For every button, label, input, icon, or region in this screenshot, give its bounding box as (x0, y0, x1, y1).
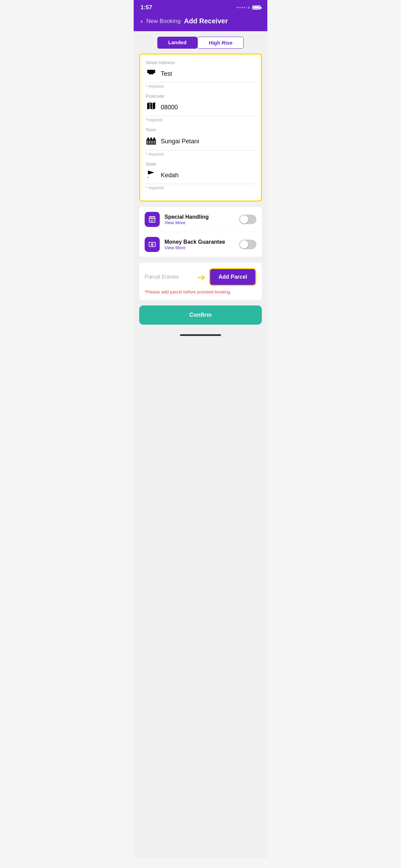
home-indicator (139, 331, 262, 339)
status-bar: 1:57 ≈ (134, 0, 267, 14)
svg-rect-10 (149, 141, 150, 142)
postcode-required: *required (146, 118, 255, 122)
special-handling-row: Special Handling View More (139, 207, 262, 232)
tabs-container: Landed High Rise (139, 37, 262, 49)
wifi-icon: ≈ (247, 5, 250, 10)
street-required: * required (146, 84, 255, 89)
form-card: Street Address Test * required Postcode (139, 53, 262, 202)
battery-icon (252, 5, 260, 10)
status-time: 1:57 (141, 4, 152, 11)
flag-icon (146, 169, 157, 181)
svg-rect-6 (147, 138, 149, 140)
svg-rect-19 (148, 177, 148, 178)
postcode-label: Postcode (146, 94, 255, 99)
confirm-button[interactable]: Confirm (139, 305, 262, 325)
money-back-link[interactable]: View More (165, 245, 234, 250)
svg-rect-12 (153, 141, 154, 142)
svg-rect-0 (147, 72, 155, 73)
back-button[interactable]: ‹ (141, 17, 143, 25)
svg-rect-7 (150, 138, 152, 140)
money-back-icon-box: $ (145, 237, 160, 252)
nav-label: New Booking (146, 18, 181, 25)
arrow-icon: ➜ (197, 271, 206, 283)
special-handling-toggle[interactable] (239, 215, 256, 224)
special-handling-link[interactable]: View More (165, 220, 234, 225)
town-field: Town (146, 127, 255, 157)
street-address-label: Street Address (146, 60, 255, 65)
status-icons: ≈ (237, 5, 260, 10)
postcode-value[interactable]: 08000 (161, 104, 178, 111)
svg-rect-17 (153, 142, 154, 144)
money-back-row: $ Money Back Guarantee View More (139, 232, 262, 257)
content-area: Landed High Rise Street Address Test (134, 31, 267, 858)
parcel-header: Parcel Entries ➜ Add Parcel (145, 268, 256, 286)
box-icon (148, 216, 156, 223)
special-handling-icon-box (145, 212, 160, 227)
town-label: Town (146, 127, 255, 132)
money-icon: $ (148, 241, 156, 248)
svg-rect-8 (153, 138, 155, 140)
header: ‹ New Booking Add Receiver (134, 14, 267, 31)
parcel-warning: *Please add parcel before proceed bookin… (145, 289, 256, 294)
state-value[interactable]: Kedah (161, 172, 179, 179)
options-card: Special Handling View More $ Money Back … (139, 207, 262, 257)
road-sign-icon (146, 68, 157, 80)
svg-rect-13 (154, 141, 155, 142)
state-required: * required (146, 185, 255, 190)
state-field: State Kedah * required (146, 161, 255, 190)
parcel-add-area: ➜ Add Parcel (197, 268, 256, 286)
svg-rect-16 (151, 142, 152, 144)
add-parcel-button[interactable]: Add Parcel (209, 268, 256, 286)
map-icon (146, 101, 157, 113)
parcel-label: Parcel Entries (145, 274, 179, 280)
money-back-title: Money Back Guarantee (165, 239, 234, 245)
svg-rect-14 (147, 142, 148, 144)
parcel-section: Parcel Entries ➜ Add Parcel *Please add … (139, 263, 262, 300)
svg-rect-15 (149, 142, 150, 144)
svg-rect-9 (147, 141, 148, 142)
svg-rect-11 (151, 141, 152, 142)
city-icon (146, 135, 157, 147)
town-required: * required (146, 152, 255, 157)
state-label: State (146, 161, 255, 167)
town-value[interactable]: Sungai Petani (161, 138, 199, 145)
tab-landed[interactable]: Landed (157, 37, 197, 49)
street-address-value[interactable]: Test (161, 70, 172, 77)
svg-rect-20 (149, 217, 155, 222)
special-handling-title: Special Handling (165, 214, 234, 220)
signal-icon (237, 7, 245, 8)
money-back-text: Money Back Guarantee View More (165, 239, 234, 250)
special-handling-text: Special Handling View More (165, 214, 234, 225)
postcode-field: Postcode 08000 *required (146, 94, 255, 122)
svg-rect-2 (149, 73, 154, 74)
money-back-toggle[interactable] (239, 240, 256, 249)
street-address-field: Street Address Test * required (146, 60, 255, 89)
svg-rect-18 (154, 142, 155, 144)
tab-high-rise[interactable]: High Rise (197, 37, 244, 49)
svg-text:$: $ (151, 243, 153, 246)
page-title: Add Receiver (184, 17, 228, 25)
